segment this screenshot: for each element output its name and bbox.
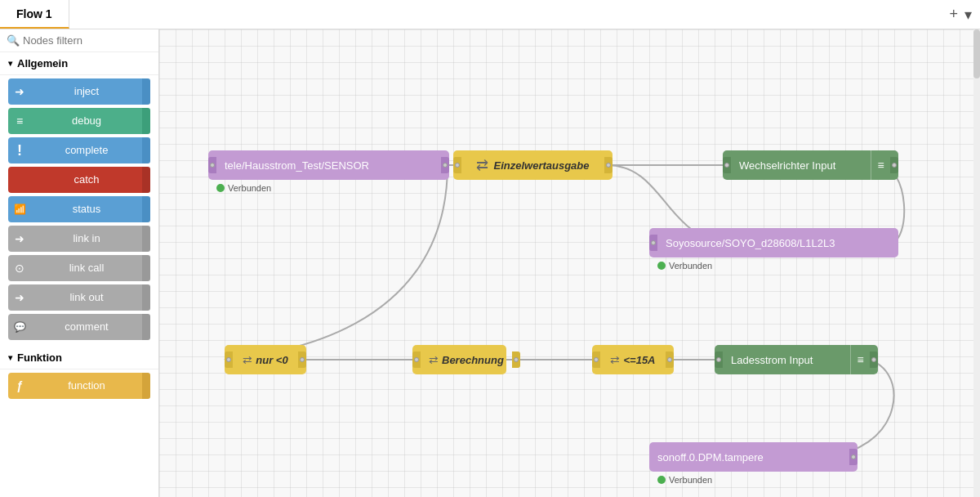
linkout-icon: ➜ bbox=[8, 284, 31, 311]
node-soyosource-status: Verbunden bbox=[657, 261, 712, 271]
status-text-sonoff: Verbunden bbox=[669, 475, 712, 485]
node-soyosource[interactable]: Soyosource/SOYO_d28608/L1L2L3 bbox=[649, 228, 898, 257]
status-dot-mqtt-in bbox=[216, 184, 225, 192]
tab-flow1[interactable]: Flow 1 bbox=[0, 0, 69, 29]
status-dot-sonoff bbox=[657, 476, 666, 484]
section-allgemein-label: Allgemein bbox=[17, 57, 68, 69]
linkin-label: link in bbox=[31, 226, 142, 252]
node-berechnung-port-left[interactable] bbox=[412, 351, 421, 368]
canvas-scrollbar-thumb[interactable] bbox=[973, 29, 980, 78]
node-wechselrichter-port-right[interactable] bbox=[890, 157, 898, 173]
node-einzelwert-port-left[interactable] bbox=[453, 157, 461, 173]
node-sonoff-status: Verbunden bbox=[657, 475, 712, 485]
node-wechselrichter[interactable]: Wechselrichter Input ≡ bbox=[723, 150, 898, 180]
node-ladesstrom-port-left[interactable] bbox=[715, 351, 723, 368]
node-nurneg-port-left[interactable] bbox=[225, 351, 233, 368]
node-nurneg-label: nur <0 bbox=[256, 354, 287, 366]
status-dot-soyosource bbox=[657, 262, 666, 270]
comment-label: comment bbox=[31, 314, 142, 340]
section-funktion-label: Funktion bbox=[17, 351, 62, 364]
node-wechselrichter-menu[interactable]: ≡ bbox=[871, 150, 890, 180]
linkcall-label: link call bbox=[31, 255, 142, 281]
node-ladesstrom-menu[interactable]: ≡ bbox=[850, 345, 870, 374]
node-mqtt-in-body: tele/Hausstrom_Test/SENSOR bbox=[216, 150, 441, 180]
sidebar-item-inject[interactable]: ➜ inject bbox=[8, 78, 150, 105]
node-wechselrichter-label: Wechselrichter Input bbox=[739, 159, 835, 172]
inject-icon: ➜ bbox=[8, 78, 31, 105]
node-nurneg-port-right[interactable] bbox=[298, 351, 306, 368]
node-berechnung[interactable]: ⇄ Berechnung bbox=[412, 345, 506, 374]
sidebar-search-bar[interactable]: 🔍 bbox=[0, 29, 158, 52]
sidebar-item-linkout[interactable]: ➜ link out bbox=[8, 284, 150, 311]
linkcall-icon: ⊙ bbox=[8, 255, 31, 281]
status-icon: 📶 bbox=[8, 196, 31, 222]
node-lte15a[interactable]: ⇄ <=15A bbox=[592, 345, 674, 374]
node-soyosource-label: Soyosource/SOYO_d28608/L1L2L3 bbox=[666, 237, 835, 249]
linkin-icon: ➜ bbox=[8, 226, 31, 252]
node-einzelwert-label: Einzelwertausgabe bbox=[493, 159, 589, 172]
main-layout: 🔍 ▾ Allgemein ➜ inject ≡ debug ! complet… bbox=[0, 29, 980, 497]
linkout-handle bbox=[142, 284, 150, 311]
status-label: status bbox=[31, 196, 142, 222]
canvas[interactable]: tele/Hausstrom_Test/SENSOR Verbunden ⇄ E… bbox=[159, 29, 980, 497]
node-einzelwert-port-right[interactable] bbox=[604, 157, 612, 173]
node-nurneg[interactable]: ⇄ nur <0 bbox=[225, 345, 306, 374]
node-berechnung-label: Berechnung bbox=[442, 354, 504, 366]
status-handle bbox=[142, 196, 150, 222]
sidebar: 🔍 ▾ Allgemein ➜ inject ≡ debug ! complet… bbox=[0, 29, 159, 497]
node-mqtt-in[interactable]: tele/Hausstrom_Test/SENSOR bbox=[208, 150, 449, 180]
section-funktion-header[interactable]: ▾ Funktion bbox=[0, 347, 158, 369]
function-icon: ƒ bbox=[8, 373, 31, 399]
section-allgemein-arrow: ▾ bbox=[8, 59, 12, 68]
top-bar: Flow 1 + ▾ bbox=[0, 0, 980, 29]
node-nurneg-body: ⇄ nur <0 bbox=[233, 345, 298, 374]
node-soyosource-body: Soyosource/SOYO_d28608/L1L2L3 bbox=[657, 228, 898, 257]
sidebar-item-catch[interactable]: catch bbox=[8, 167, 150, 193]
sidebar-item-function[interactable]: ƒ function bbox=[8, 373, 150, 399]
node-sonoff[interactable]: sonoff.0.DPM.tampere bbox=[649, 442, 858, 472]
node-wechselrichter-body: Wechselrichter Input bbox=[731, 150, 871, 180]
sidebar-item-complete[interactable]: ! complete bbox=[8, 137, 150, 163]
search-input[interactable] bbox=[23, 34, 159, 47]
complete-label: complete bbox=[31, 137, 142, 163]
node-wechselrichter-port-left[interactable] bbox=[723, 157, 731, 173]
node-mqtt-in-port-left[interactable] bbox=[208, 157, 216, 173]
node-ladesstrom[interactable]: Ladesstrom Input ≡ bbox=[715, 345, 878, 374]
debug-icon: ≡ bbox=[8, 108, 31, 134]
linkcall-handle bbox=[142, 255, 150, 281]
add-flow-button[interactable]: + bbox=[949, 6, 958, 23]
search-icon: 🔍 bbox=[7, 34, 20, 47]
catch-icon bbox=[8, 167, 31, 193]
status-text-mqtt-in: Verbunden bbox=[228, 183, 271, 193]
flow-dropdown-button[interactable]: ▾ bbox=[964, 6, 972, 24]
node-ladesstrom-port-right[interactable] bbox=[870, 351, 878, 368]
function-handle bbox=[142, 373, 150, 399]
sidebar-item-comment[interactable]: 💬 comment bbox=[8, 314, 150, 340]
complete-icon: ! bbox=[8, 137, 31, 163]
node-lte15a-port-left[interactable] bbox=[592, 351, 600, 368]
status-text-soyosource: Verbunden bbox=[669, 261, 712, 271]
top-bar-actions: + ▾ bbox=[941, 0, 980, 29]
sidebar-item-linkin[interactable]: ➜ link in bbox=[8, 226, 150, 252]
comment-handle bbox=[142, 314, 150, 340]
node-lte15a-port-right[interactable] bbox=[666, 351, 674, 368]
canvas-scrollbar[interactable] bbox=[973, 29, 980, 497]
sidebar-item-status[interactable]: 📶 status bbox=[8, 196, 150, 222]
comment-icon: 💬 bbox=[8, 314, 31, 340]
node-lte15a-body: ⇄ <=15A bbox=[600, 345, 666, 374]
inject-label: inject bbox=[31, 78, 142, 105]
node-berechnung-port-right[interactable] bbox=[512, 351, 520, 368]
debug-label: debug bbox=[31, 108, 142, 134]
catch-label: catch bbox=[31, 167, 142, 193]
node-soyosource-port-left[interactable] bbox=[649, 235, 657, 251]
node-sonoff-port-right[interactable] bbox=[849, 449, 858, 465]
section-allgemein-header[interactable]: ▾ Allgemein bbox=[0, 52, 158, 75]
node-sonoff-body: sonoff.0.DPM.tampere bbox=[649, 442, 849, 472]
node-ladesstrom-body: Ladesstrom Input bbox=[723, 345, 850, 374]
sidebar-item-debug[interactable]: ≡ debug bbox=[8, 108, 150, 134]
sidebar-item-linkcall[interactable]: ⊙ link call bbox=[8, 255, 150, 281]
node-einzelwert[interactable]: ⇄ Einzelwertausgabe bbox=[453, 150, 612, 180]
node-mqtt-in-port-right[interactable] bbox=[441, 157, 449, 173]
catch-handle bbox=[142, 167, 150, 193]
inject-handle bbox=[142, 78, 150, 105]
